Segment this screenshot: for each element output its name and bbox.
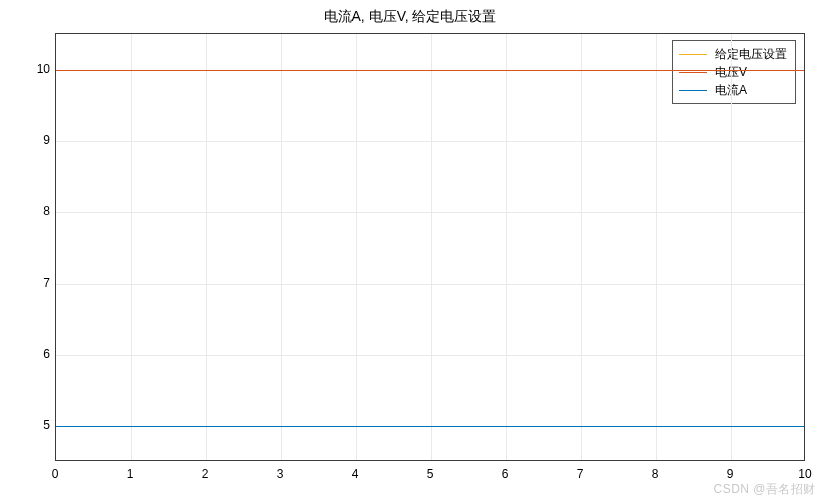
legend: 给定电压设置电压V电流A	[672, 40, 796, 104]
x-tick-label: 0	[52, 467, 59, 481]
x-tick-label: 1	[127, 467, 134, 481]
x-tick-label: 10	[798, 467, 811, 481]
series-line	[56, 70, 804, 71]
y-tick-label: 9	[43, 133, 50, 147]
chart: 电流A, 电压V, 给定电压设置 给定电压设置电压V电流A 0123456789…	[10, 5, 810, 485]
gridline-v	[206, 34, 207, 460]
gridline-v	[281, 34, 282, 460]
y-tick-label: 6	[43, 347, 50, 361]
chart-title: 电流A, 电压V, 给定电压设置	[10, 5, 810, 27]
legend-label: 给定电压设置	[715, 46, 787, 63]
gridline-h	[56, 355, 804, 356]
x-tick-label: 9	[727, 467, 734, 481]
x-tick-label: 2	[202, 467, 209, 481]
watermark: CSDN @吾名招财	[713, 481, 816, 498]
legend-swatch	[679, 90, 707, 91]
legend-item: 电流A	[679, 81, 787, 99]
gridline-v	[656, 34, 657, 460]
gridline-h	[56, 284, 804, 285]
gridline-h	[56, 212, 804, 213]
gridline-v	[131, 34, 132, 460]
legend-swatch	[679, 72, 707, 73]
x-tick-label: 5	[427, 467, 434, 481]
gridline-v	[731, 34, 732, 460]
y-tick-label: 7	[43, 276, 50, 290]
series-line	[56, 426, 804, 427]
x-tick-label: 3	[277, 467, 284, 481]
x-tick-label: 7	[577, 467, 584, 481]
legend-item: 给定电压设置	[679, 45, 787, 63]
x-tick-label: 6	[502, 467, 509, 481]
gridline-v	[431, 34, 432, 460]
x-tick-label: 4	[352, 467, 359, 481]
legend-swatch	[679, 54, 707, 55]
x-tick-label: 8	[652, 467, 659, 481]
legend-item: 电压V	[679, 63, 787, 81]
gridline-v	[356, 34, 357, 460]
plot-area: 给定电压设置电压V电流A	[55, 33, 805, 461]
gridline-v	[506, 34, 507, 460]
y-tick-label: 8	[43, 204, 50, 218]
y-tick-label: 5	[43, 418, 50, 432]
y-tick-label: 10	[37, 62, 50, 76]
gridline-h	[56, 141, 804, 142]
gridline-v	[581, 34, 582, 460]
